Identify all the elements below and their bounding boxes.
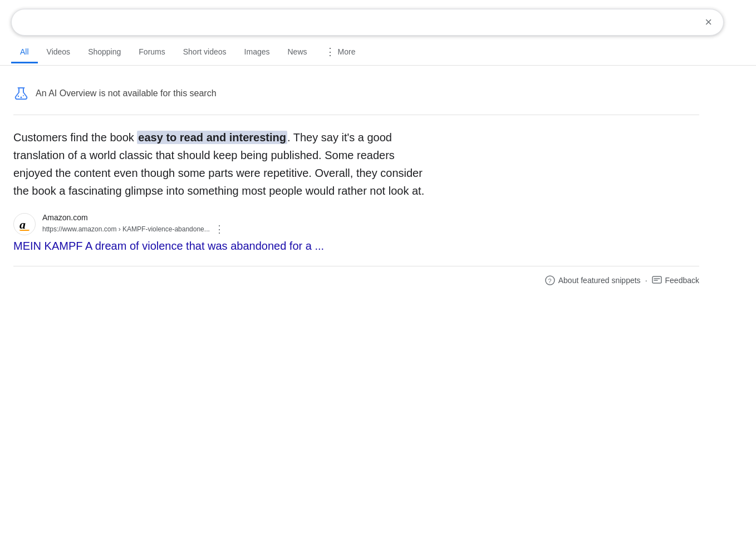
source-citation: a Amazon.com https://www.amazon.com › KA… xyxy=(13,213,699,235)
divider xyxy=(13,115,699,115)
tab-short-videos[interactable]: Short videos xyxy=(174,42,235,63)
feedback-icon xyxy=(652,275,662,285)
ai-overview-text: An AI Overview is not available for this… xyxy=(36,88,217,98)
source-favicon: a xyxy=(13,213,36,235)
source-menu-icon[interactable]: ⋮ xyxy=(214,223,224,235)
tab-images[interactable]: Images xyxy=(235,42,279,63)
flask-icon xyxy=(13,86,29,101)
search-input[interactable]: mein kampf positive reviews xyxy=(23,17,698,28)
main-content: An AI Overview is not available for this… xyxy=(0,66,713,301)
question-icon: ? xyxy=(545,275,555,285)
tab-all[interactable]: All xyxy=(11,42,38,63)
snippet-text-before: Customers find the book xyxy=(13,131,137,144)
clear-icon[interactable]: × xyxy=(705,15,712,29)
svg-point-1 xyxy=(21,97,22,98)
snippet-highlight: easy to read and interesting xyxy=(137,131,287,144)
svg-rect-5 xyxy=(652,276,661,283)
tab-more[interactable]: ⋮ More xyxy=(316,40,365,65)
svg-text:?: ? xyxy=(548,278,551,284)
nav-tabs: All Videos Shopping Forums Short videos … xyxy=(0,36,756,66)
about-snippets-item[interactable]: ? About featured snippets xyxy=(545,275,641,285)
snippet-paragraph: Customers find the book easy to read and… xyxy=(13,128,436,200)
more-dots-icon: ⋮ xyxy=(325,46,336,58)
source-url: https://www.amazon.com › KAMPF-violence-… xyxy=(42,225,210,233)
about-snippets-label: About featured snippets xyxy=(558,276,641,285)
feedback-label: Feedback xyxy=(665,276,699,285)
footer-row: ? About featured snippets · Feedback xyxy=(13,266,699,290)
tab-news[interactable]: News xyxy=(279,42,316,63)
source-url-row: https://www.amazon.com › KAMPF-violence-… xyxy=(42,223,224,235)
tab-videos[interactable]: Videos xyxy=(38,42,80,63)
svg-point-2 xyxy=(23,95,24,96)
ai-overview-banner: An AI Overview is not available for this… xyxy=(13,77,699,110)
feedback-item[interactable]: Feedback xyxy=(652,275,699,285)
source-info: Amazon.com https://www.amazon.com › KAMP… xyxy=(42,213,224,235)
svg-point-0 xyxy=(18,96,19,97)
search-bar-wrapper: mein kampf positive reviews × xyxy=(0,0,756,36)
search-bar: mein kampf positive reviews × xyxy=(11,9,724,36)
source-name: Amazon.com xyxy=(42,213,224,222)
amazon-logo-wrapper: a xyxy=(19,217,30,231)
tab-shopping[interactable]: Shopping xyxy=(79,42,130,63)
result-link[interactable]: MEIN KAMPF A dream of violence that was … xyxy=(13,240,436,253)
footer-separator: · xyxy=(645,276,647,285)
tab-forums[interactable]: Forums xyxy=(130,42,174,63)
